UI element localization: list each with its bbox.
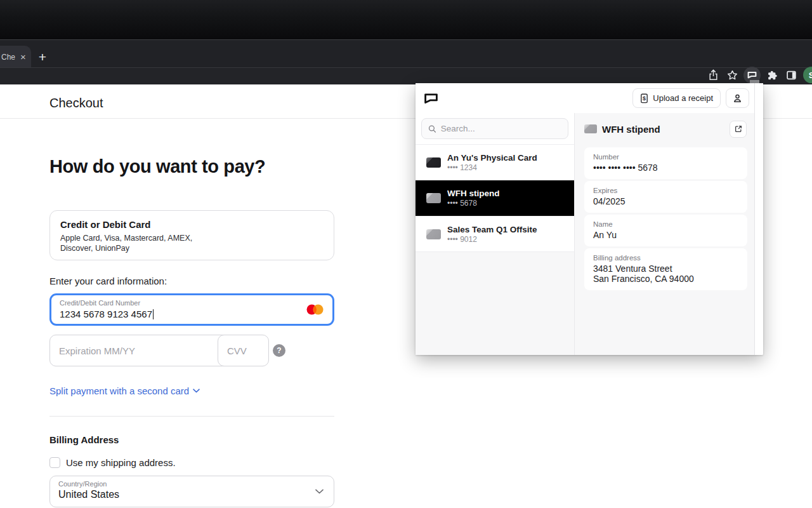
search-input[interactable] (441, 124, 561, 133)
credit-card-icon (584, 124, 597, 133)
tab-title: Che (1, 53, 16, 62)
payment-method-card[interactable]: Credit or Debit Card Apple Card, Visa, M… (49, 210, 334, 260)
detail-field-billing-address: Billing address 3481 Ventura Street San … (584, 248, 747, 290)
browser-toolbar: S (0, 67, 812, 84)
payment-method-title: Credit or Debit Card (60, 219, 324, 230)
cvv-help-icon[interactable]: ? (273, 344, 285, 357)
window-top-bar (0, 0, 812, 39)
card-list-item-wfh-stipend[interactable]: WFH stipend •••• 5678 (416, 180, 574, 216)
cvv-input[interactable] (218, 335, 268, 366)
new-tab-button[interactable]: + (34, 48, 51, 66)
tab-close-icon[interactable]: × (20, 52, 26, 62)
search-section (416, 113, 574, 145)
open-external-button[interactable] (730, 121, 747, 138)
country-select[interactable]: Country/Region United States (49, 476, 334, 507)
search-icon (428, 124, 436, 133)
external-link-icon (734, 124, 743, 133)
card-list-item-offsite[interactable]: Sales Team Q1 Offsite •••• 9012 (416, 216, 574, 251)
side-panel-icon[interactable] (782, 65, 801, 84)
country-label: Country/Region (58, 480, 107, 488)
detail-field-name: Name An Yu (584, 215, 747, 246)
cvv-field[interactable] (218, 335, 269, 366)
pay-heading: How do you want to pay? (49, 156, 265, 177)
payment-method-subtitle: Apple Card, Visa, Mastercard, AMEX, Disc… (60, 234, 324, 253)
svg-text:$: $ (643, 95, 646, 102)
mastercard-icon (306, 304, 324, 315)
detail-field-expires: Expires 04/2025 (584, 181, 747, 213)
search-box[interactable] (421, 118, 568, 139)
tab-strip: Che × + (0, 39, 812, 67)
credit-card-icon (426, 157, 441, 168)
chevron-down-icon (193, 389, 200, 393)
profile-avatar[interactable]: S (803, 67, 812, 83)
card-detail-fields: Number •••• •••• •••• 5678 Expires 04/20… (584, 147, 747, 290)
share-icon[interactable] (704, 65, 723, 84)
country-value: United States (58, 489, 119, 500)
shipping-address-label: Use my shipping address. (66, 457, 176, 468)
text-caret (153, 309, 154, 319)
card-number-label: Credit/Debit Card Number (60, 299, 140, 307)
popup-scrollbar[interactable] (754, 83, 763, 355)
card-list-panel: An Yu's Physical Card •••• 1234 WFH stip… (416, 113, 574, 355)
split-payment-link[interactable]: Split payment with a second card (49, 385, 200, 396)
browser-tab-checkout[interactable]: Che × (0, 46, 31, 68)
card-list: An Yu's Physical Card •••• 1234 WFH stip… (416, 145, 574, 252)
page-title: Checkout (49, 96, 103, 110)
card-list-item-physical[interactable]: An Yu's Physical Card •••• 1234 (416, 145, 574, 180)
ramp-logo-icon (424, 93, 438, 104)
section-divider (49, 416, 334, 417)
account-person-button[interactable] (726, 88, 749, 108)
shipping-address-checkbox[interactable] (49, 457, 60, 468)
detail-field-number: Number •••• •••• •••• 5678 (584, 147, 747, 179)
chevron-down-icon (315, 489, 324, 494)
bookmark-star-icon[interactable] (723, 65, 742, 84)
card-detail-header: WFH stipend (584, 121, 747, 137)
card-number-field[interactable]: Credit/Debit Card Number 1234 5678 9123 … (49, 293, 334, 326)
card-detail-panel: WFH stipend Number •••• •••• •••• 5678 E… (574, 113, 754, 355)
person-icon (732, 93, 743, 104)
extensions-puzzle-icon[interactable] (763, 65, 782, 84)
credit-card-icon (426, 193, 441, 203)
card-detail-title: WFH stipend (602, 124, 660, 135)
receipt-icon: $ (640, 93, 648, 104)
credit-card-icon (426, 229, 441, 239)
card-info-label: Enter your card information: (49, 276, 167, 286)
card-number-value: 1234 5678 9123 4567 (60, 309, 154, 319)
shipping-address-row: Use my shipping address. (49, 457, 176, 468)
popup-header: $ Upload a receipt (416, 83, 763, 113)
ramp-extension-popup: $ Upload a receipt (416, 83, 763, 355)
billing-heading: Billing Address (49, 434, 119, 445)
upload-receipt-button[interactable]: $ Upload a receipt (632, 88, 721, 108)
